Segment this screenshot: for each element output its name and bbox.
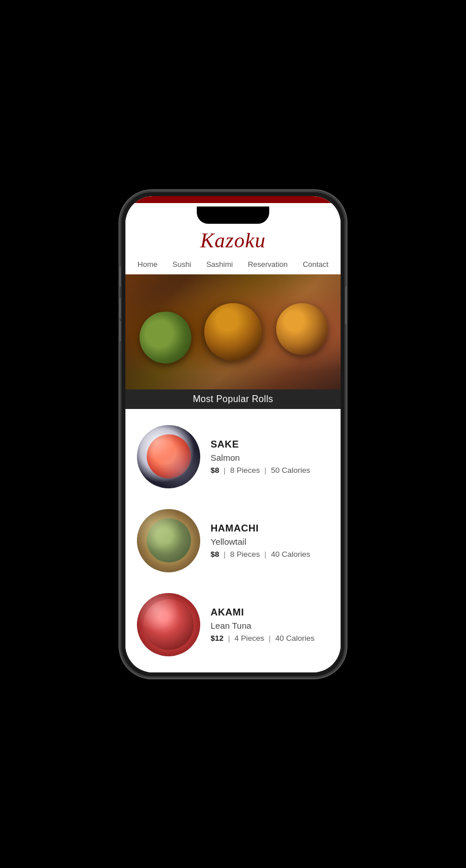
roll-deco-3: [276, 303, 328, 355]
menu-item-hamachi[interactable]: HAMACHI Yellowtail $8 | 8 Pieces | 40 Ca…: [125, 499, 341, 583]
hamachi-subtitle: Yellowtail: [211, 537, 329, 546]
app-logo: Kazoku: [125, 228, 341, 253]
navigation: Home Sushi Sashimi Reservation Contact: [125, 253, 341, 274]
hamachi-name: HAMACHI: [211, 523, 329, 534]
akami-details: $12 | 4 Pieces | 40 Calories: [211, 634, 329, 643]
phone-frame: Kazoku Home Sushi Sashimi Reservation Co…: [121, 192, 345, 677]
camera-notch: [197, 207, 269, 224]
hero-image: [125, 274, 341, 389]
nav-sushi[interactable]: Sushi: [170, 259, 194, 270]
menu-list: SAKE Salmon $8 | 8 Pieces | 50 Calories: [125, 409, 341, 672]
roll-deco-1: [134, 305, 197, 369]
hamachi-price: $8: [211, 550, 219, 559]
hamachi-image: [137, 509, 200, 572]
sake-info: SAKE Salmon $8 | 8 Pieces | 50 Calories: [211, 439, 329, 475]
nav-home[interactable]: Home: [135, 259, 160, 270]
hamachi-details: $8 | 8 Pieces | 40 Calories: [211, 550, 329, 559]
sake-details: $8 | 8 Pieces | 50 Calories: [211, 466, 329, 475]
roll-deco-2: [204, 303, 262, 361]
hamachi-calories: 40 Calories: [271, 550, 310, 559]
sake-image: [137, 425, 200, 488]
akami-price: $12: [211, 634, 224, 643]
notch-area: [125, 203, 341, 224]
hero-label: Most Popular Rolls: [125, 389, 341, 409]
nav-contact[interactable]: Contact: [300, 259, 331, 270]
menu-item-akami[interactable]: AKAMI Lean Tuna $12 | 4 Pieces | 40 Calo…: [125, 583, 341, 667]
akami-subtitle: Lean Tuna: [211, 621, 329, 630]
hamachi-pieces: 8 Pieces: [230, 550, 260, 559]
hero-section: Most Popular Rolls: [125, 274, 341, 409]
hamachi-info: HAMACHI Yellowtail $8 | 8 Pieces | 40 Ca…: [211, 523, 329, 559]
sake-calories: 50 Calories: [271, 466, 310, 475]
sake-price: $8: [211, 466, 219, 475]
menu-item-unagi[interactable]: UNAGI BBQ Eel $12 | 6 Pieces | 65 Calori…: [125, 667, 341, 672]
content-area[interactable]: Kazoku Home Sushi Sashimi Reservation Co…: [125, 224, 341, 672]
phone-screen: Kazoku Home Sushi Sashimi Reservation Co…: [125, 196, 341, 672]
nav-reservation[interactable]: Reservation: [246, 259, 290, 270]
akami-name: AKAMI: [211, 607, 329, 618]
sushi-decoration: [125, 274, 341, 389]
status-bar: [125, 196, 341, 203]
sake-pieces: 8 Pieces: [230, 466, 260, 475]
akami-image: [137, 593, 200, 656]
sake-subtitle: Salmon: [211, 453, 329, 462]
sake-name: SAKE: [211, 439, 329, 450]
menu-item-sake[interactable]: SAKE Salmon $8 | 8 Pieces | 50 Calories: [125, 415, 341, 499]
akami-calories: 40 Calories: [275, 634, 314, 643]
akami-pieces: 4 Pieces: [235, 634, 265, 643]
akami-info: AKAMI Lean Tuna $12 | 4 Pieces | 40 Calo…: [211, 607, 329, 643]
nav-sashimi[interactable]: Sashimi: [204, 259, 235, 270]
header: Kazoku Home Sushi Sashimi Reservation Co…: [125, 224, 341, 274]
